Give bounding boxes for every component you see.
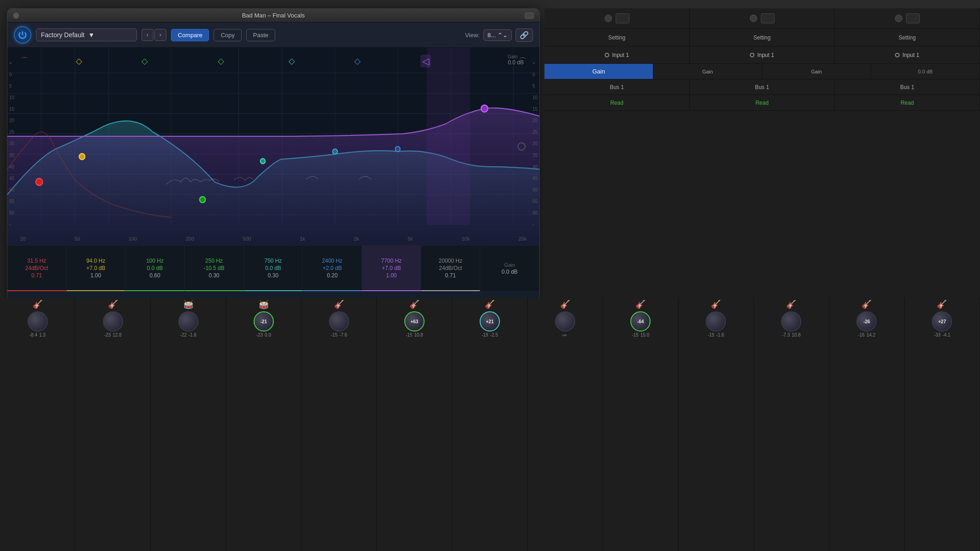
meter-1 — [616, 13, 629, 23]
channel-strip-12: 🎸 -26 -16 14.2 — [829, 298, 905, 551]
mixer-settings-row: Setting Setting Setting — [544, 29, 980, 46]
ch5-knob[interactable] — [329, 311, 349, 332]
window-maximize-button[interactable] — [525, 12, 534, 19]
band-info-row: 31.5 Hz 24dB/Oct 0.71 94.0 Hz +7.0 dB 1.… — [7, 245, 539, 291]
ch3-knob[interactable] — [178, 311, 198, 332]
view-label: View: — [465, 32, 480, 39]
compare-button[interactable]: Compare — [171, 29, 209, 41]
channel-strip-area: 🎸 -8.4 1.3 🎸 -23 12.8 🥁 -22 -1.6 🥁 -21 -… — [0, 298, 980, 551]
bus-item-1[interactable]: Bus 1 — [544, 79, 690, 95]
ch6-knob[interactable]: +63 — [404, 311, 425, 332]
preset-label: Factory Default — [41, 31, 85, 39]
channel-strip-7: 🎸 +21 -19 -2.5 — [452, 298, 527, 551]
mixer-ch3-header — [835, 8, 980, 28]
setting-btn-3[interactable]: Setting — [835, 29, 980, 46]
window-close-button[interactable] — [13, 12, 19, 19]
channel-strip-10: 🎸 -15 -1.6 — [679, 298, 754, 551]
prev-button[interactable]: ‹ — [142, 29, 153, 41]
gain-label-2: Gain — [702, 69, 713, 74]
ch1-knob[interactable] — [28, 311, 48, 332]
channel-strip-2: 🎸 -23 12.8 — [75, 298, 151, 551]
band-circle-indicator[interactable] — [517, 142, 526, 151]
view-dropdown[interactable]: 8... ⌃⌄ — [483, 29, 512, 41]
preset-dropdown[interactable]: Factory Default ▼ — [36, 28, 137, 41]
channel-strip-3: 🥁 -22 -1.6 — [151, 298, 226, 551]
ch9-knob[interactable]: -64 — [630, 311, 651, 332]
bus-item-3[interactable]: Bus 1 — [835, 79, 980, 95]
record-btn-2[interactable] — [750, 15, 757, 22]
input-item-2[interactable]: Input 1 — [690, 46, 835, 63]
ch11-values: -7.3 10.8 — [782, 332, 801, 337]
band1-info[interactable]: 31.5 Hz 24dB/Oct 0.71 — [7, 246, 67, 291]
view-stepper-icon: ⌃⌄ — [498, 32, 508, 39]
gain-item-3[interactable]: Gain — [762, 64, 871, 79]
view-value: 8... — [487, 32, 496, 39]
top-controls: Factory Default ▼ ‹ › Compare Copy Paste… — [7, 22, 539, 48]
ch5-icon: 🎸 — [334, 299, 344, 309]
gain-item-2[interactable]: Gain — [653, 64, 762, 79]
svg-point-21 — [333, 149, 337, 154]
ch9-icon: 🎸 — [635, 299, 646, 309]
input-label-3: Input 1 — [902, 52, 919, 58]
gain-db-value: 0.0 dB — [918, 69, 933, 74]
ch12-knob[interactable]: -26 — [856, 311, 877, 332]
input-item-3[interactable]: Input 1 — [835, 46, 980, 63]
ch4-icon: 🥁 — [259, 299, 269, 309]
view-control: View: 8... ⌃⌄ 🔗 — [465, 28, 533, 42]
copy-button[interactable]: Copy — [214, 29, 241, 41]
ch11-knob[interactable] — [781, 311, 801, 332]
input-label-2: Input 1 — [757, 52, 774, 58]
setting-btn-1[interactable]: Setting — [544, 29, 690, 46]
record-btn-1[interactable] — [605, 15, 612, 22]
ch8-knob[interactable] — [555, 311, 575, 332]
band4-info[interactable]: 250 Hz -10.5 dB 0.30 — [185, 246, 244, 291]
ch7-knob[interactable]: +21 — [480, 311, 500, 332]
link-button[interactable]: 🔗 — [515, 28, 533, 42]
band3-info[interactable]: 100 Hz 0.0 dB 0.60 — [125, 246, 185, 291]
read-item-1[interactable]: Read — [544, 95, 690, 110]
gain-label-1: Gain — [592, 68, 605, 75]
gain-col-value: 0.0 dB — [502, 269, 518, 275]
ch10-knob[interactable] — [706, 311, 726, 332]
ch2-icon: 🎸 — [108, 299, 118, 309]
band7-info[interactable]: 7700 Hz +7.0 dB 1.00 — [362, 246, 421, 291]
gain-value: 0.0 dB — [508, 59, 524, 66]
band6-info[interactable]: 2400 Hz +2.0 dB 0.20 — [303, 246, 362, 291]
channel-strip-1: 🎸 -8.4 1.3 — [0, 298, 75, 551]
channel-strip-11: 🎸 -7.3 10.8 — [754, 298, 829, 551]
ch1-values: -8.4 1.3 — [29, 332, 45, 337]
window-title: Bad Man – Final Vocals — [242, 12, 305, 19]
band2-info[interactable]: 94.0 Hz +7.0 dB 1.00 — [67, 246, 126, 291]
dropdown-arrow-icon: ▼ — [88, 31, 132, 39]
eq-display[interactable]: ⌒ ◇ ◇ ◇ ◇ ◇ ◁ ⌒ — [7, 48, 539, 245]
band8-info[interactable]: 20000 Hz 24dB/Oct 0.71 — [421, 246, 481, 291]
db-plus: + — [9, 61, 14, 66]
ch2-knob[interactable] — [103, 311, 123, 332]
ch13-icon: 🎸 — [937, 299, 947, 309]
mixer-ch1-header — [544, 8, 690, 28]
read-item-2[interactable]: Read — [690, 95, 835, 110]
mixer-record-row — [544, 8, 980, 29]
db-scale-left: + 0 5 10 15 20 25 30 35 40 45 50 55 60 - — [9, 61, 14, 227]
channel-strip-9: 🎸 -64 -15 15.0 — [603, 298, 679, 551]
gain-db-display: 0.0 dB — [871, 64, 980, 79]
channel-strip-8: 🎸 -∞ — [528, 298, 603, 551]
read-item-3[interactable]: Read — [835, 95, 980, 110]
bus-item-2[interactable]: Bus 1 — [690, 79, 835, 95]
band5-info[interactable]: 750 Hz 0.0 dB 0.30 — [244, 246, 303, 291]
svg-point-19 — [200, 197, 206, 202]
ch4-knob[interactable]: -21 — [254, 311, 274, 332]
channel-strip-5: 🎸 -15 -7.6 — [301, 298, 377, 551]
gain-item-1[interactable]: Gain — [544, 64, 653, 79]
svg-point-20 — [261, 158, 265, 163]
power-button[interactable] — [14, 26, 31, 44]
ch13-knob[interactable]: +27 — [932, 311, 952, 332]
setting-btn-2[interactable]: Setting — [690, 29, 835, 46]
mixer-read-row: Read Read Read — [544, 95, 980, 111]
record-btn-3[interactable] — [895, 15, 902, 22]
gain-display: Gain 0.0 dB — [508, 54, 524, 66]
paste-button[interactable]: Paste — [246, 29, 275, 41]
input-item-1[interactable]: Input 1 — [544, 46, 690, 63]
svg-point-23 — [481, 105, 488, 112]
next-button[interactable]: › — [154, 29, 166, 41]
